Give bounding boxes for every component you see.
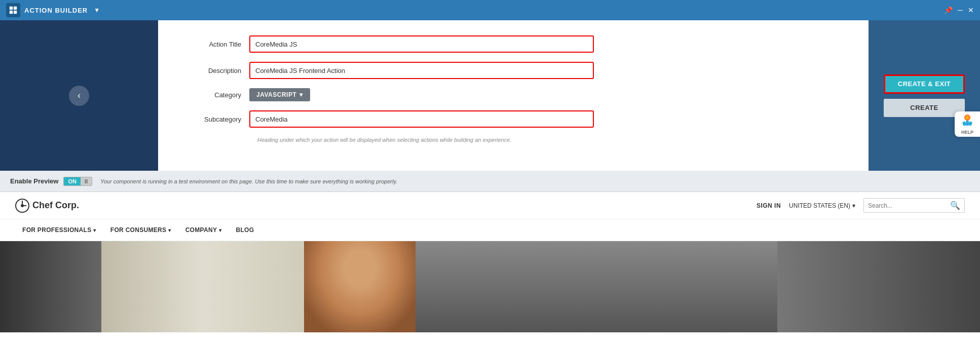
right-panel: CREATE & EXIT CREATE	[869, 20, 980, 171]
region-chevron: ▾	[852, 202, 855, 209]
nav-for-consumers[interactable]: FOR CONSUMERS ▾	[103, 224, 178, 236]
category-value: JAVASCRIPT	[256, 91, 296, 98]
subcategory-hint: Heading under which your action will be …	[257, 137, 848, 143]
description-row: Description	[178, 62, 848, 79]
nav-blog-label: BLOG	[236, 226, 254, 234]
create-exit-button[interactable]: CREATE & EXIT	[884, 74, 965, 94]
app-title-chevron[interactable]: ▼	[94, 7, 100, 14]
action-title-input[interactable]	[249, 35, 594, 53]
description-input[interactable]	[249, 62, 594, 79]
website-area: Chef Corp. SIGN IN UNITED STATES (EN) ▾ …	[0, 192, 980, 344]
site-logo: Chef Corp.	[15, 199, 79, 213]
hero-image	[0, 241, 980, 332]
top-bar: ACTION BUILDER ▼ 📌 ─ ✕	[0, 0, 980, 20]
close-icon[interactable]: ✕	[968, 6, 974, 14]
category-dropdown[interactable]: JAVASCRIPT ▾	[249, 88, 310, 101]
svg-rect-6	[966, 121, 969, 126]
form-panel: Action Title Description Category JAVASC…	[158, 20, 869, 171]
app-logo	[6, 3, 20, 17]
subcategory-row: Subcategory	[178, 110, 848, 128]
toggle-on[interactable]: ON	[64, 177, 81, 185]
site-nav: FOR PROFESSIONALS ▾ FOR CONSUMERS ▾ COMP…	[0, 219, 980, 241]
form-area: ‹ Action Title Description Category JAVA…	[0, 20, 980, 171]
help-icon	[960, 113, 975, 129]
nav-for-professionals[interactable]: FOR PROFESSIONALS ▾	[15, 224, 103, 236]
hero-dark-left	[0, 241, 101, 332]
site-logo-text: Chef Corp.	[32, 200, 79, 211]
search-icon[interactable]: 🔍	[950, 201, 960, 210]
app-title: ACTION BUILDER	[24, 7, 88, 14]
hero-right	[777, 241, 980, 332]
category-row: Category JAVASCRIPT ▾	[178, 88, 848, 101]
svg-point-10	[21, 204, 24, 207]
top-bar-left: ACTION BUILDER ▼	[6, 3, 100, 17]
preview-toggle[interactable]: ON II	[63, 177, 92, 186]
nav-company-chevron: ▾	[219, 227, 221, 233]
svg-rect-2	[10, 11, 13, 14]
help-button[interactable]: HELP	[955, 111, 980, 137]
search-box[interactable]: 🔍	[863, 198, 965, 213]
category-chevron: ▾	[299, 91, 303, 98]
create-button[interactable]: CREATE	[884, 99, 965, 117]
svg-rect-8	[968, 121, 972, 126]
svg-rect-0	[10, 7, 13, 10]
svg-rect-7	[962, 121, 966, 126]
description-label: Description	[178, 67, 249, 74]
subcategory-label: Subcategory	[178, 116, 249, 123]
left-panel: ‹	[0, 20, 158, 171]
nav-blog[interactable]: BLOG	[229, 224, 261, 236]
site-header-right: SIGN IN UNITED STATES (EN) ▾ 🔍	[757, 198, 965, 213]
back-button[interactable]: ‹	[69, 86, 89, 106]
nav-for-consumers-chevron: ▾	[168, 227, 171, 233]
toggle-off[interactable]: II	[81, 177, 92, 185]
svg-rect-3	[14, 11, 17, 14]
preview-message: Your component is running in a test envi…	[100, 178, 397, 184]
search-input[interactable]	[868, 202, 950, 209]
nav-for-professionals-label: FOR PROFESSIONALS	[22, 226, 91, 234]
region-selector[interactable]: UNITED STATES (EN) ▾	[789, 202, 855, 209]
minimize-icon[interactable]: ─	[958, 6, 963, 14]
svg-rect-1	[14, 7, 17, 10]
svg-point-5	[965, 116, 969, 120]
nav-for-professionals-chevron: ▾	[93, 227, 96, 233]
region-label: UNITED STATES (EN)	[789, 202, 850, 209]
nav-for-consumers-label: FOR CONSUMERS	[110, 226, 167, 234]
hero-figure	[304, 241, 416, 332]
enable-preview-label: Enable Preview	[10, 177, 58, 185]
site-header: Chef Corp. SIGN IN UNITED STATES (EN) ▾ …	[0, 192, 980, 219]
help-label: HELP	[961, 130, 973, 135]
nav-company-label: COMPANY	[185, 226, 217, 234]
top-bar-right: 📌 ─ ✕	[944, 6, 974, 14]
category-label: Category	[178, 91, 249, 99]
pin-icon[interactable]: 📌	[944, 6, 953, 14]
preview-bar: Enable Preview ON II Your component is r…	[0, 171, 980, 192]
subcategory-input[interactable]	[249, 110, 594, 128]
action-title-label: Action Title	[178, 41, 249, 48]
action-title-row: Action Title	[178, 35, 848, 53]
sign-in-link[interactable]: SIGN IN	[757, 202, 781, 209]
nav-company[interactable]: COMPANY ▾	[178, 224, 229, 236]
